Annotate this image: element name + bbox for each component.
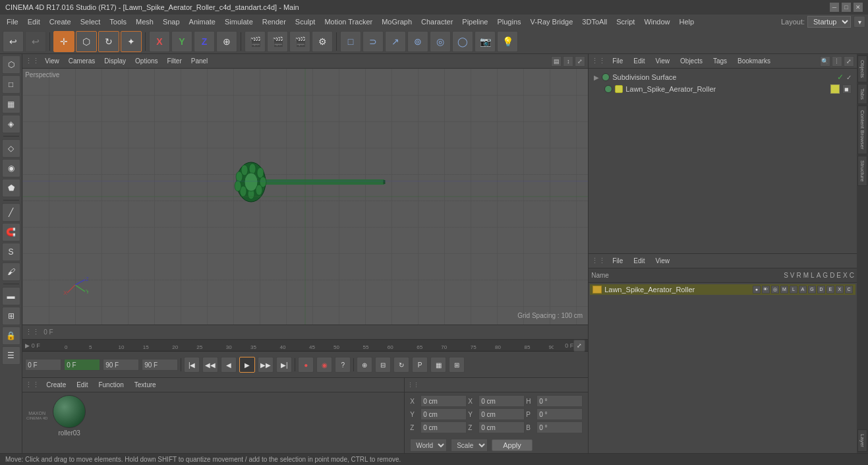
- p-input[interactable]: [536, 408, 583, 420]
- menu-plugins[interactable]: Plugins: [493, 16, 525, 27]
- x-pos-input[interactable]: [420, 395, 467, 407]
- viewport-icon-3[interactable]: ⤢: [575, 56, 585, 67]
- render-region-button[interactable]: 🎬: [245, 31, 266, 52]
- scene-g-icon[interactable]: G: [808, 286, 816, 294]
- scene-lock2-icon[interactable]: L: [790, 286, 797, 294]
- viewport-cameras-menu[interactable]: Cameras: [65, 57, 100, 65]
- x-size-input[interactable]: [478, 395, 525, 407]
- obj-search-icon[interactable]: 🔍: [820, 56, 830, 67]
- viewport-icon-1[interactable]: ▤: [551, 56, 562, 67]
- scale-key-button[interactable]: ⊟: [375, 357, 391, 373]
- mat-function-menu[interactable]: Function: [94, 381, 127, 389]
- points-key-button[interactable]: ▦: [430, 357, 446, 373]
- grid-button[interactable]: ⊞: [2, 307, 20, 325]
- wireframe-button[interactable]: □: [2, 75, 20, 94]
- y-size-input[interactable]: [478, 408, 525, 420]
- menu-character[interactable]: Character: [417, 16, 457, 27]
- viewport-filter-menu[interactable]: Filter: [163, 57, 186, 65]
- menu-motion-tracker[interactable]: Motion Tracker: [320, 16, 376, 27]
- knife-button[interactable]: ╱: [2, 203, 20, 222]
- preview-start-input[interactable]: [64, 359, 100, 371]
- close-button[interactable]: ✕: [854, 3, 863, 12]
- render-settings-button[interactable]: ⚙: [312, 31, 333, 52]
- obj-file-menu[interactable]: File: [608, 57, 627, 65]
- render-view-button[interactable]: 🎬: [267, 31, 288, 52]
- obj-check-icon[interactable]: ✓: [837, 73, 844, 82]
- nurbs-button[interactable]: ⊃: [362, 31, 384, 52]
- layout-select[interactable]: Startup: [807, 16, 851, 28]
- z-size-input[interactable]: [478, 421, 525, 433]
- scene-edit-menu[interactable]: Edit: [629, 257, 649, 265]
- scene-x-icon[interactable]: X: [836, 286, 844, 294]
- go-end-button[interactable]: ▶|: [276, 357, 292, 373]
- prev-step-button[interactable]: ◀: [221, 357, 237, 373]
- menu-edit[interactable]: Edit: [24, 16, 44, 27]
- obj-bookmarks-menu[interactable]: Bookmarks: [734, 57, 774, 65]
- viewport-canvas[interactable]: Perspective Y Z X: [22, 69, 588, 325]
- transform-tool-button[interactable]: ✦: [121, 31, 142, 52]
- go-start-button[interactable]: |◀: [184, 357, 200, 373]
- display-mode-button[interactable]: ⬡: [2, 55, 20, 74]
- layer-button[interactable]: ☰: [2, 346, 20, 365]
- paint-button[interactable]: 🖌: [2, 263, 20, 281]
- autokey-button[interactable]: ?: [335, 357, 351, 373]
- obj-tag-icon[interactable]: [830, 84, 840, 94]
- viewport-panel-menu[interactable]: Panel: [187, 57, 212, 65]
- obj-icon2[interactable]: ⋮: [832, 56, 842, 67]
- tab-content-browser[interactable]: Content Browser: [857, 106, 867, 154]
- world-space-select[interactable]: World: [410, 439, 447, 452]
- material-preview-ball[interactable]: [53, 395, 86, 428]
- obj-view-menu[interactable]: View: [652, 57, 674, 65]
- tab-structure[interactable]: Structure: [857, 156, 867, 186]
- menu-tools[interactable]: Tools: [105, 16, 130, 27]
- rotate-key-button[interactable]: ↻: [393, 357, 409, 373]
- mat-texture-menu[interactable]: Texture: [130, 381, 160, 389]
- scene-a-icon[interactable]: A: [799, 286, 807, 294]
- apply-button[interactable]: Apply: [492, 439, 533, 451]
- move-key-button[interactable]: ⊕: [357, 357, 372, 373]
- menu-select[interactable]: Select: [76, 16, 105, 27]
- layout-arrow-button[interactable]: ▾: [854, 16, 865, 28]
- menu-3dtoall[interactable]: 3DToAll: [578, 16, 611, 27]
- scene-d-icon[interactable]: D: [817, 286, 825, 294]
- menu-help[interactable]: Help: [676, 16, 699, 27]
- spline-button[interactable]: ↗: [385, 31, 406, 52]
- light-button[interactable]: 💡: [497, 31, 518, 52]
- object-row-lawn[interactable]: Lawn_Spike_Aerator_Roller ◼: [591, 83, 854, 95]
- obj-visibility-dot[interactable]: [602, 73, 610, 81]
- play-button[interactable]: ▶: [239, 357, 255, 373]
- h-input[interactable]: [536, 395, 583, 407]
- viewport-icon-2[interactable]: ↕: [563, 56, 573, 67]
- obj-tags-menu[interactable]: Tags: [709, 57, 731, 65]
- material-ball-roller03[interactable]: roller03: [53, 395, 86, 437]
- floor-button[interactable]: ▬: [2, 287, 20, 305]
- b-input[interactable]: [536, 421, 583, 433]
- menu-snap[interactable]: Snap: [159, 16, 184, 27]
- mat-edit-menu[interactable]: Edit: [72, 381, 92, 389]
- model-mode-button[interactable]: ◇: [2, 139, 20, 158]
- scene-motion-icon[interactable]: M: [780, 286, 788, 294]
- obj-check2-icon[interactable]: ✓: [846, 74, 852, 81]
- obj-extra-tag[interactable]: ◼: [842, 84, 852, 94]
- menu-vray[interactable]: V-Ray Bridge: [527, 16, 577, 27]
- menu-render[interactable]: Render: [258, 16, 290, 27]
- obj-expand-icon[interactable]: ⤢: [844, 56, 854, 67]
- texture-button[interactable]: ▦: [2, 95, 20, 113]
- scene-view-menu[interactable]: View: [652, 257, 674, 265]
- viewport-view-menu[interactable]: View: [41, 57, 63, 65]
- move-tool-button[interactable]: ✛: [53, 31, 74, 52]
- scene-render-icon[interactable]: ◎: [771, 286, 779, 294]
- menu-pipeline[interactable]: Pipeline: [458, 16, 492, 27]
- object-row-subdivision[interactable]: ▶ Subdivision Surface ✓ ✓: [591, 71, 854, 83]
- menu-mograph[interactable]: MoGraph: [378, 16, 416, 27]
- tab-tabs[interactable]: Tabs: [857, 84, 867, 104]
- menu-script[interactable]: Script: [612, 16, 639, 27]
- minimize-button[interactable]: ─: [830, 3, 839, 12]
- deformer-button[interactable]: ◎: [430, 31, 451, 52]
- effector-button[interactable]: ⊚: [407, 31, 428, 52]
- menu-mesh[interactable]: Mesh: [132, 16, 158, 27]
- obj-edit-menu[interactable]: Edit: [629, 57, 649, 65]
- psd-key-button[interactable]: ⊞: [449, 357, 465, 373]
- menu-simulate[interactable]: Simulate: [221, 16, 257, 27]
- mat-create-menu[interactable]: Create: [42, 381, 70, 389]
